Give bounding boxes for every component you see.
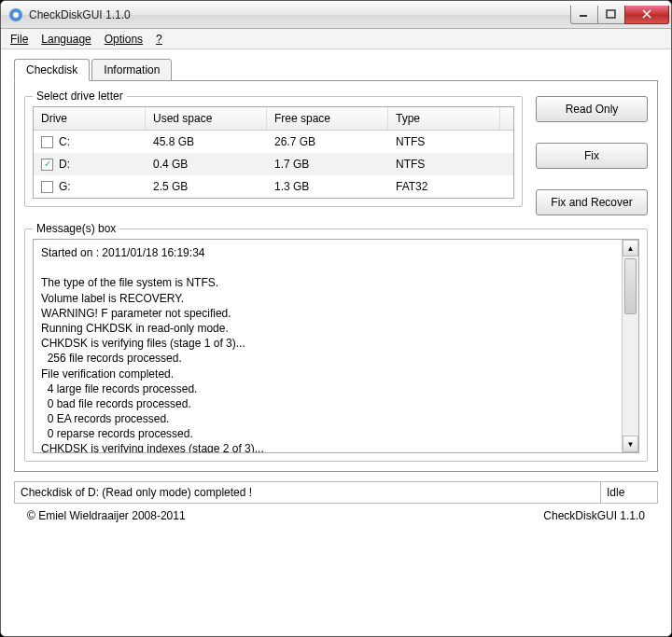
menubar: File Language Options ? bbox=[1, 29, 671, 49]
svg-rect-3 bbox=[607, 10, 615, 18]
drive-checkbox[interactable] bbox=[41, 136, 53, 148]
drive-free: 1.7 GB bbox=[267, 156, 388, 173]
tab-panel: Select drive letter Drive Used space Fre… bbox=[14, 80, 658, 472]
messages-text[interactable]: Started on : 2011/01/18 16:19:34 The typ… bbox=[34, 240, 622, 452]
table-header: Drive Used space Free space Type bbox=[34, 107, 513, 131]
svg-rect-2 bbox=[580, 15, 587, 17]
tab-strip: Checkdisk Information bbox=[14, 59, 658, 81]
minimize-button[interactable] bbox=[570, 6, 598, 24]
drive-checkbox[interactable] bbox=[41, 181, 53, 193]
close-button[interactable] bbox=[624, 6, 669, 24]
scroll-track[interactable] bbox=[623, 256, 638, 436]
drive-used: 2.5 GB bbox=[146, 178, 267, 195]
drive-used: 45.8 GB bbox=[146, 133, 267, 150]
menu-options[interactable]: Options bbox=[105, 33, 143, 46]
action-buttons: Read Only Fix Fix and Recover bbox=[536, 90, 648, 215]
table-row[interactable]: C: 45.8 GB 26.7 GB NTFS bbox=[34, 131, 513, 153]
drive-checkbox[interactable] bbox=[41, 159, 53, 171]
col-used-header[interactable]: Used space bbox=[146, 107, 267, 130]
scroll-up-icon[interactable]: ▲ bbox=[623, 240, 638, 256]
drive-letter: C: bbox=[59, 135, 70, 148]
drive-free: 26.7 GB bbox=[267, 133, 388, 150]
drive-type: NTFS bbox=[388, 156, 500, 173]
app-window: CheckDiskGUI 1.1.0 File Language Options… bbox=[0, 0, 672, 637]
drive-group-title: Select drive letter bbox=[33, 90, 127, 103]
table-row[interactable]: G: 2.5 GB 1.3 GB FAT32 bbox=[34, 175, 513, 198]
scroll-down-icon[interactable]: ▼ bbox=[623, 436, 638, 452]
menu-language[interactable]: Language bbox=[41, 33, 91, 46]
drive-free: 1.3 GB bbox=[267, 178, 388, 195]
scroll-thumb[interactable] bbox=[624, 258, 637, 314]
client-area: Checkdisk Information Select drive lette… bbox=[1, 49, 671, 636]
col-drive-header[interactable]: Drive bbox=[34, 107, 146, 130]
messages-box: Started on : 2011/01/18 16:19:34 The typ… bbox=[33, 239, 639, 453]
scrollbar[interactable]: ▲ ▼ bbox=[622, 240, 638, 452]
table-row[interactable]: D: 0.4 GB 1.7 GB NTFS bbox=[34, 153, 513, 175]
drive-type: NTFS bbox=[388, 133, 500, 150]
drive-type: FAT32 bbox=[388, 178, 500, 195]
svg-point-1 bbox=[13, 12, 19, 18]
fix-recover-button[interactable]: Fix and Recover bbox=[536, 189, 648, 215]
drive-table: Drive Used space Free space Type C: 45.8… bbox=[33, 106, 514, 199]
menu-help[interactable]: ? bbox=[156, 33, 162, 46]
read-only-button[interactable]: Read Only bbox=[536, 96, 648, 122]
drive-letter: G: bbox=[59, 180, 71, 193]
copyright: © Emiel Wieldraaijer 2008-2011 bbox=[27, 509, 186, 522]
messages-groupbox: Message(s) box Started on : 2011/01/18 1… bbox=[24, 228, 648, 462]
app-version: CheckDiskGUI 1.1.0 bbox=[543, 509, 645, 522]
titlebar[interactable]: CheckDiskGUI 1.1.0 bbox=[1, 1, 671, 29]
messages-group-title: Message(s) box bbox=[33, 222, 119, 235]
tab-information[interactable]: Information bbox=[91, 59, 172, 81]
drive-groupbox: Select drive letter Drive Used space Fre… bbox=[24, 96, 523, 207]
menu-file[interactable]: File bbox=[10, 33, 28, 46]
footer: © Emiel Wieldraaijer 2008-2011 CheckDisk… bbox=[14, 504, 658, 530]
status-line: Checkdisk of D: (Read only mode) complet… bbox=[14, 481, 658, 504]
app-icon bbox=[8, 7, 23, 22]
drive-letter: D: bbox=[59, 158, 70, 171]
status-message: Checkdisk of D: (Read only mode) complet… bbox=[15, 482, 601, 503]
status-state: Idle bbox=[601, 482, 657, 503]
fix-button[interactable]: Fix bbox=[536, 143, 648, 169]
tab-checkdisk[interactable]: Checkdisk bbox=[14, 59, 90, 81]
col-free-header[interactable]: Free space bbox=[267, 107, 388, 130]
window-title: CheckDiskGUI 1.1.0 bbox=[29, 8, 131, 21]
window-controls bbox=[571, 6, 669, 24]
drive-used: 0.4 GB bbox=[146, 156, 267, 173]
maximize-button[interactable] bbox=[597, 6, 625, 24]
col-type-header[interactable]: Type bbox=[388, 107, 500, 130]
